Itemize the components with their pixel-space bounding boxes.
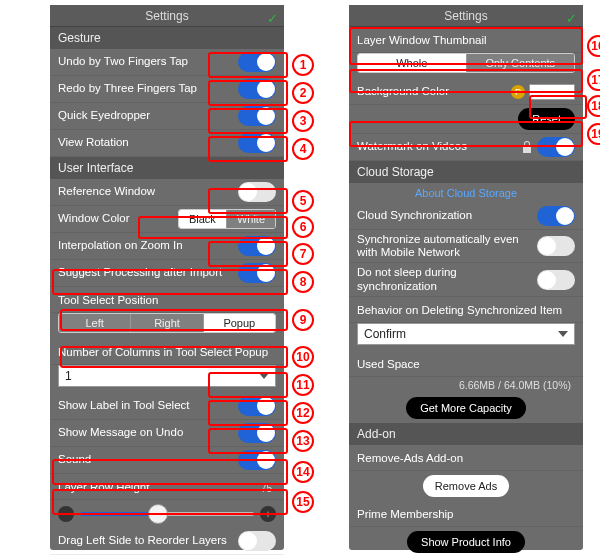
label: Sound (58, 453, 238, 466)
minus-icon[interactable]: − (58, 506, 74, 522)
show-product-info-button[interactable]: Show Product Info (407, 531, 525, 553)
toggle-undo-two-fingers[interactable] (238, 52, 276, 72)
toggle-watermark[interactable] (537, 137, 575, 157)
row-interpolation: Interpolation on Zoom In (50, 233, 284, 260)
opt-right[interactable]: Right (131, 314, 203, 332)
label: Show Message on Undo (58, 426, 238, 439)
callout-badge-15: 15 (292, 491, 314, 513)
used-space-value: 6.66MB / 64.0MB (10%) (349, 377, 583, 393)
callout-badge-4: 4 (292, 138, 314, 160)
toggle-view-rotation[interactable] (238, 133, 276, 153)
reset-button[interactable]: Reset (518, 108, 575, 130)
link-about-cloud[interactable]: About Cloud Storage (349, 183, 583, 203)
label: Background Color (357, 85, 511, 98)
chevron-down-icon (259, 373, 269, 379)
callout-badge-12: 12 (292, 402, 314, 424)
row-undo-two-fingers: Undo by Two Fingers Tap (50, 49, 284, 76)
callout-badge-10: 10 (292, 346, 314, 368)
label: Interpolation on Zoom In (58, 239, 238, 252)
label-on-delete-sync: Behavior on Deleting Synchronized Item (357, 304, 575, 317)
title: Settings (145, 9, 188, 23)
row-cloud-sync: Cloud Synchronization (349, 203, 583, 230)
remove-ads-button[interactable]: Remove Ads (423, 475, 509, 497)
toggle-reference-window[interactable] (238, 182, 276, 202)
seg-tool-select-position[interactable]: Left Right Popup (58, 313, 276, 333)
toggle-interpolation[interactable] (238, 236, 276, 256)
seg-window-color[interactable]: Black White (178, 209, 276, 229)
slider-layer-row-height[interactable]: − + (50, 500, 284, 528)
toggle-drag-reorder[interactable] (238, 531, 276, 551)
toggle-sound[interactable] (238, 450, 276, 470)
title: Settings (444, 9, 487, 23)
callout-badge-3: 3 (292, 110, 314, 132)
get-more-capacity-button[interactable]: Get More Capacity (406, 397, 526, 419)
label: Undo by Two Fingers Tap (58, 55, 238, 68)
toggle-redo-three-fingers[interactable] (238, 79, 276, 99)
confirm-check-icon[interactable]: ✓ (566, 8, 577, 30)
label-num-columns: Number of Columns in Tool Select Popup (58, 346, 276, 359)
label-used-space: Used Space (357, 358, 575, 371)
row-background-color: Background Color P (349, 79, 583, 105)
label-remove-ads-addon: Remove-Ads Add-on (357, 452, 575, 465)
row-drag-reorder: Drag Left Side to Reorder Layers (50, 528, 284, 555)
callout-badge-5: 5 (292, 190, 314, 212)
toggle-show-label[interactable] (238, 396, 276, 416)
row-window-color: Window Color Black White (50, 206, 284, 233)
label-tool-select-position: Tool Select Position (58, 294, 276, 307)
titlebar: Settings ✓ (349, 5, 583, 27)
label: Watermark on Videos (357, 140, 521, 153)
label: Synchronize automatically even with Mobi… (357, 233, 537, 259)
row-redo-three-fingers: Redo by Three Fingers Tap (50, 76, 284, 103)
label: Quick Eyedropper (58, 109, 238, 122)
opt-white[interactable]: White (227, 210, 275, 228)
confirm-check-icon[interactable]: ✓ (267, 8, 278, 30)
label: Show Label in Tool Select (58, 399, 238, 412)
opt-black[interactable]: Black (179, 210, 227, 228)
callout-badge-1: 1 (292, 54, 314, 76)
row-no-sleep: Do not sleep during synchronization (349, 263, 583, 296)
row-quick-eyedropper: Quick Eyedropper (50, 103, 284, 130)
label: Reference Window (58, 185, 238, 198)
dropdown-num-columns[interactable]: 1 (58, 365, 276, 387)
callout-badge-9: 9 (292, 309, 314, 331)
callout-badge-8: 8 (292, 271, 314, 293)
toggle-show-message-undo[interactable] (238, 423, 276, 443)
callout-badge-16: 16 (587, 35, 600, 57)
seg-layer-thumb-right[interactable]: Whole Only Contents (357, 53, 575, 73)
row-view-rotation: View Rotation (50, 130, 284, 157)
titlebar: Settings ✓ (50, 5, 284, 27)
plus-icon[interactable]: + (260, 506, 276, 522)
label: Window Color (58, 212, 178, 225)
settings-panel-left: Settings ✓ Gesture Undo by Two Fingers T… (50, 5, 284, 550)
section-addon: Add-on (349, 423, 583, 445)
label: View Rotation (58, 136, 238, 149)
opt-whole[interactable]: Whole (358, 54, 467, 72)
callout-badge-7: 7 (292, 243, 314, 265)
row-reference-window: Reference Window (50, 179, 284, 206)
callout-badge-19: 19 (587, 123, 600, 145)
slider-track[interactable] (80, 512, 254, 516)
callout-badge-13: 13 (292, 430, 314, 452)
dropdown-value: 1 (65, 369, 72, 383)
row-show-message-undo: Show Message on Undo (50, 420, 284, 447)
section-user-interface: User Interface (50, 157, 284, 179)
slider-thumb[interactable] (148, 504, 168, 524)
toggle-no-sleep[interactable] (537, 270, 575, 290)
toggle-cloud-sync[interactable] (537, 206, 575, 226)
callout-badge-14: 14 (292, 461, 314, 483)
lock-icon (521, 140, 533, 154)
row-watermark: Watermark on Videos (349, 134, 583, 161)
dropdown-on-delete[interactable]: Confirm (357, 323, 575, 345)
row-sound: Sound (50, 447, 284, 474)
toggle-suggest-processing[interactable] (238, 263, 276, 283)
bg-color-swatch[interactable] (529, 84, 575, 100)
toggle-autosync-mobile[interactable] (537, 236, 575, 256)
section-gesture: Gesture (50, 27, 284, 49)
opt-popup[interactable]: Popup (204, 314, 275, 332)
opt-only-contents[interactable]: Only Contents (467, 54, 575, 72)
opt-left[interactable]: Left (59, 314, 131, 332)
toggle-quick-eyedropper[interactable] (238, 106, 276, 126)
label-prime-membership: Prime Membership (357, 508, 575, 521)
label: Do not sleep during synchronization (357, 266, 537, 292)
value-layer-row-height: 75 (261, 483, 272, 494)
